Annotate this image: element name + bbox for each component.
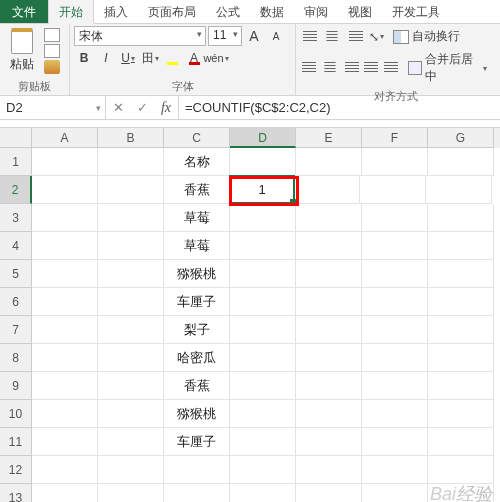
row-header-1[interactable]: 1 [0,148,32,176]
cell-F8[interactable] [362,344,428,372]
cell-E11[interactable] [296,428,362,456]
cell-B6[interactable] [98,288,164,316]
align-right-button[interactable] [341,58,360,78]
underline-button[interactable]: U [118,48,138,68]
cell-B1[interactable] [98,148,164,176]
cell-E13[interactable] [296,484,362,502]
row-header-5[interactable]: 5 [0,260,32,288]
cell-E9[interactable] [296,372,362,400]
cell-B4[interactable] [98,232,164,260]
insert-function-button[interactable]: fx [154,100,178,116]
cell-G10[interactable] [428,400,494,428]
cell-D6[interactable] [230,288,296,316]
cell-D5[interactable] [230,260,296,288]
cell-C3[interactable]: 草莓 [164,204,230,232]
cell-D11[interactable] [230,428,296,456]
cell-B10[interactable] [98,400,164,428]
cell-D7[interactable] [230,316,296,344]
wrap-text-button[interactable]: 自动换行 [388,26,465,47]
cell-A5[interactable] [32,260,98,288]
cell-F13[interactable] [362,484,428,502]
cell-C5[interactable]: 猕猴桃 [164,260,230,288]
cell-C10[interactable]: 猕猴桃 [164,400,230,428]
formula-confirm-button[interactable]: ✓ [130,100,154,115]
cell-F7[interactable] [362,316,428,344]
row-header-2[interactable]: 2 [0,176,32,204]
align-left-button[interactable] [300,58,318,78]
cell-A2[interactable] [32,176,98,204]
paste-button[interactable]: 粘贴 [4,26,40,75]
row-header-6[interactable]: 6 [0,288,32,316]
cell-D4[interactable] [230,232,296,260]
cell-E5[interactable] [296,260,362,288]
orientation-button[interactable]: ⤡ [366,27,386,47]
font-name-select[interactable]: 宋体 [74,26,206,46]
cell-F4[interactable] [362,232,428,260]
cell-B13[interactable] [98,484,164,502]
cell-F5[interactable] [362,260,428,288]
row-header-9[interactable]: 9 [0,372,32,400]
cell-F12[interactable] [362,456,428,484]
border-button[interactable]: 田 [140,48,160,68]
cut-button[interactable] [44,28,60,42]
tab-insert[interactable]: 插入 [94,0,138,23]
cell-C13[interactable] [164,484,230,502]
cell-F9[interactable] [362,372,428,400]
cell-A11[interactable] [32,428,98,456]
column-header-A[interactable]: A [32,128,98,148]
cell-C2[interactable]: 香蕉 [164,176,230,204]
cell-A13[interactable] [32,484,98,502]
row-header-11[interactable]: 11 [0,428,32,456]
italic-button[interactable]: I [96,48,116,68]
format-painter-button[interactable] [44,60,60,74]
align-center-button[interactable] [320,58,338,78]
cell-D12[interactable] [230,456,296,484]
cell-G6[interactable] [428,288,494,316]
cell-C9[interactable]: 香蕉 [164,372,230,400]
cell-F1[interactable] [362,148,428,176]
cell-B8[interactable] [98,344,164,372]
cell-A9[interactable] [32,372,98,400]
cell-B3[interactable] [98,204,164,232]
cell-B11[interactable] [98,428,164,456]
cell-F3[interactable] [362,204,428,232]
align-middle-button[interactable] [322,27,342,47]
font-size-select[interactable]: 11 [208,26,242,46]
tab-formula[interactable]: 公式 [206,0,250,23]
cell-C1[interactable]: 名称 [164,148,230,176]
cell-F2[interactable] [360,176,426,204]
cell-G4[interactable] [428,232,494,260]
increase-indent-button[interactable] [382,58,400,78]
row-header-7[interactable]: 7 [0,316,32,344]
cell-B5[interactable] [98,260,164,288]
align-top-button[interactable] [300,27,320,47]
row-header-3[interactable]: 3 [0,204,32,232]
formula-cancel-button[interactable]: ✕ [106,100,130,115]
column-header-C[interactable]: C [164,128,230,148]
cell-C4[interactable]: 草莓 [164,232,230,260]
cell-E6[interactable] [296,288,362,316]
row-header-12[interactable]: 12 [0,456,32,484]
cell-E10[interactable] [296,400,362,428]
column-header-D[interactable]: D [230,128,296,148]
column-header-E[interactable]: E [296,128,362,148]
cell-E7[interactable] [296,316,362,344]
cell-A10[interactable] [32,400,98,428]
cell-F11[interactable] [362,428,428,456]
cell-A7[interactable] [32,316,98,344]
cell-A8[interactable] [32,344,98,372]
cell-D10[interactable] [230,400,296,428]
tab-view[interactable]: 视图 [338,0,382,23]
cell-B2[interactable] [98,176,164,204]
cell-E8[interactable] [296,344,362,372]
cell-B12[interactable] [98,456,164,484]
decrease-font-button[interactable]: A [266,26,286,46]
cell-A4[interactable] [32,232,98,260]
cell-C8[interactable]: 哈密瓜 [164,344,230,372]
align-bottom-button[interactable] [344,27,364,47]
cell-A12[interactable] [32,456,98,484]
cell-G7[interactable] [428,316,494,344]
cell-G2[interactable] [426,176,492,204]
cell-A1[interactable] [32,148,98,176]
cell-G9[interactable] [428,372,494,400]
